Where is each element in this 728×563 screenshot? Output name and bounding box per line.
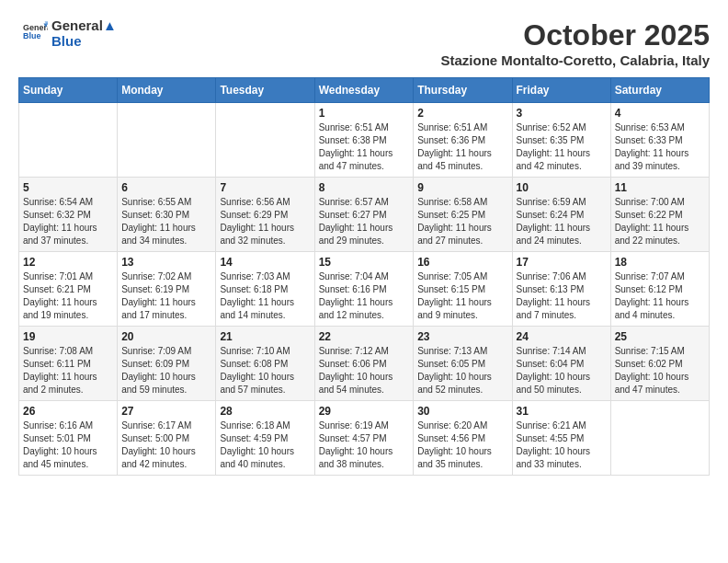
day-info: Sunrise: 6:52 AM Sunset: 6:35 PM Dayligh… — [517, 121, 607, 173]
calendar-cell — [19, 103, 118, 178]
day-info: Sunrise: 6:55 AM Sunset: 6:30 PM Dayligh… — [121, 196, 211, 247]
day-number: 18 — [615, 256, 705, 269]
day-info: Sunrise: 7:14 AM Sunset: 6:04 PM Dayligh… — [517, 345, 607, 396]
day-info: Sunrise: 6:20 AM Sunset: 4:56 PM Dayligh… — [417, 419, 507, 471]
day-info: Sunrise: 7:04 AM Sunset: 6:16 PM Dayligh… — [319, 270, 410, 322]
calendar-cell — [610, 401, 709, 476]
day-header-sunday: Sunday — [19, 78, 118, 103]
day-number: 13 — [121, 256, 211, 269]
calendar-cell: 29Sunrise: 6:19 AM Sunset: 4:57 PM Dayli… — [314, 401, 414, 476]
location-title: Stazione Montalto-Coretto, Calabria, Ita… — [440, 52, 710, 68]
day-info: Sunrise: 7:10 AM Sunset: 6:08 PM Dayligh… — [220, 345, 310, 396]
day-info: Sunrise: 7:07 AM Sunset: 6:12 PM Dayligh… — [615, 270, 705, 322]
calendar-cell: 26Sunrise: 6:16 AM Sunset: 5:01 PM Dayli… — [19, 401, 118, 476]
day-number: 17 — [517, 256, 607, 269]
calendar-cell: 13Sunrise: 7:02 AM Sunset: 6:19 PM Dayli… — [118, 252, 216, 327]
day-info: Sunrise: 7:06 AM Sunset: 6:13 PM Dayligh… — [517, 270, 607, 322]
day-number: 6 — [121, 181, 211, 194]
day-number: 30 — [417, 405, 507, 418]
calendar-cell: 18Sunrise: 7:07 AM Sunset: 6:12 PM Dayli… — [610, 252, 709, 327]
calendar-cell: 22Sunrise: 7:12 AM Sunset: 6:06 PM Dayli… — [314, 327, 414, 401]
calendar-cell: 17Sunrise: 7:06 AM Sunset: 6:13 PM Dayli… — [512, 252, 610, 327]
week-row-1: 1Sunrise: 6:51 AM Sunset: 6:38 PM Daylig… — [19, 103, 710, 178]
calendar-cell: 6Sunrise: 6:55 AM Sunset: 6:30 PM Daylig… — [118, 178, 216, 252]
day-info: Sunrise: 7:05 AM Sunset: 6:15 PM Dayligh… — [417, 270, 507, 322]
day-info: Sunrise: 6:57 AM Sunset: 6:27 PM Dayligh… — [319, 196, 410, 247]
day-number: 3 — [517, 107, 607, 120]
day-number: 16 — [417, 256, 507, 269]
day-number: 26 — [23, 405, 113, 418]
calendar-cell: 30Sunrise: 6:20 AM Sunset: 4:56 PM Dayli… — [414, 401, 512, 476]
day-number: 19 — [23, 330, 113, 343]
week-row-4: 19Sunrise: 7:08 AM Sunset: 6:11 PM Dayli… — [19, 327, 710, 401]
day-number: 29 — [319, 405, 410, 418]
day-header-wednesday: Wednesday — [314, 78, 414, 103]
calendar-table: SundayMondayTuesdayWednesdayThursdayFrid… — [18, 77, 710, 476]
week-row-5: 26Sunrise: 6:16 AM Sunset: 5:01 PM Dayli… — [19, 401, 710, 476]
day-number: 12 — [23, 256, 113, 269]
calendar-cell: 5Sunrise: 6:54 AM Sunset: 6:32 PM Daylig… — [19, 178, 118, 252]
day-number: 4 — [615, 107, 705, 120]
day-number: 27 — [121, 405, 211, 418]
day-number: 23 — [417, 330, 507, 343]
day-number: 24 — [517, 330, 607, 343]
calendar-cell: 27Sunrise: 6:17 AM Sunset: 5:00 PM Dayli… — [118, 401, 216, 476]
calendar-cell: 1Sunrise: 6:51 AM Sunset: 6:38 PM Daylig… — [314, 103, 414, 178]
title-area: October 2025 Stazione Montalto-Coretto, … — [440, 18, 710, 68]
calendar-cell: 16Sunrise: 7:05 AM Sunset: 6:15 PM Dayli… — [414, 252, 512, 327]
day-number: 2 — [417, 107, 507, 120]
day-number: 11 — [615, 181, 705, 194]
day-info: Sunrise: 7:13 AM Sunset: 6:05 PM Dayligh… — [417, 345, 507, 396]
calendar-cell: 2Sunrise: 6:51 AM Sunset: 6:36 PM Daylig… — [414, 103, 512, 178]
day-number: 25 — [615, 330, 705, 343]
header-row: SundayMondayTuesdayWednesdayThursdayFrid… — [19, 78, 710, 103]
day-info: Sunrise: 6:54 AM Sunset: 6:32 PM Dayligh… — [23, 196, 113, 247]
day-info: Sunrise: 7:03 AM Sunset: 6:18 PM Dayligh… — [220, 270, 310, 322]
day-number: 20 — [121, 330, 211, 343]
calendar-cell: 23Sunrise: 7:13 AM Sunset: 6:05 PM Dayli… — [414, 327, 512, 401]
day-number: 21 — [220, 330, 310, 343]
calendar-cell: 15Sunrise: 7:04 AM Sunset: 6:16 PM Dayli… — [314, 252, 414, 327]
calendar-cell — [118, 103, 216, 178]
day-number: 9 — [417, 181, 507, 194]
day-info: Sunrise: 6:16 AM Sunset: 5:01 PM Dayligh… — [23, 419, 113, 471]
week-row-2: 5Sunrise: 6:54 AM Sunset: 6:32 PM Daylig… — [19, 178, 710, 252]
calendar-cell: 4Sunrise: 6:53 AM Sunset: 6:33 PM Daylig… — [610, 103, 709, 178]
day-number: 31 — [517, 405, 607, 418]
day-info: Sunrise: 6:51 AM Sunset: 6:38 PM Dayligh… — [319, 121, 410, 173]
calendar-cell: 31Sunrise: 6:21 AM Sunset: 4:55 PM Dayli… — [512, 401, 610, 476]
month-title: October 2025 — [440, 18, 710, 52]
day-number: 7 — [220, 181, 310, 194]
day-number: 28 — [220, 405, 310, 418]
svg-text:Blue: Blue — [23, 31, 40, 40]
day-info: Sunrise: 6:21 AM Sunset: 4:55 PM Dayligh… — [517, 419, 607, 471]
day-info: Sunrise: 7:12 AM Sunset: 6:06 PM Dayligh… — [319, 345, 410, 396]
day-number: 22 — [319, 330, 410, 343]
day-header-tuesday: Tuesday — [216, 78, 314, 103]
day-info: Sunrise: 6:17 AM Sunset: 5:00 PM Dayligh… — [121, 419, 211, 471]
day-number: 8 — [319, 181, 410, 194]
day-info: Sunrise: 6:18 AM Sunset: 4:59 PM Dayligh… — [220, 419, 310, 471]
day-info: Sunrise: 7:01 AM Sunset: 6:21 PM Dayligh… — [23, 270, 113, 322]
day-info: Sunrise: 6:19 AM Sunset: 4:57 PM Dayligh… — [319, 419, 410, 471]
day-info: Sunrise: 7:02 AM Sunset: 6:19 PM Dayligh… — [121, 270, 211, 322]
day-header-friday: Friday — [512, 78, 610, 103]
day-number: 14 — [220, 256, 310, 269]
calendar-cell: 11Sunrise: 7:00 AM Sunset: 6:22 PM Dayli… — [610, 178, 709, 252]
calendar-cell: 20Sunrise: 7:09 AM Sunset: 6:09 PM Dayli… — [118, 327, 216, 401]
day-info: Sunrise: 6:58 AM Sunset: 6:25 PM Dayligh… — [417, 196, 507, 247]
day-info: Sunrise: 7:09 AM Sunset: 6:09 PM Dayligh… — [121, 345, 211, 396]
header: General Blue General▲ Blue October 2025 … — [18, 18, 710, 68]
day-header-thursday: Thursday — [414, 78, 512, 103]
day-number: 10 — [517, 181, 607, 194]
logo-line2: Blue — [51, 34, 117, 50]
calendar-cell: 21Sunrise: 7:10 AM Sunset: 6:08 PM Dayli… — [216, 327, 314, 401]
calendar-cell: 9Sunrise: 6:58 AM Sunset: 6:25 PM Daylig… — [414, 178, 512, 252]
logo-icon: General Blue — [22, 19, 48, 45]
day-info: Sunrise: 6:59 AM Sunset: 6:24 PM Dayligh… — [517, 196, 607, 247]
day-info: Sunrise: 7:08 AM Sunset: 6:11 PM Dayligh… — [23, 345, 113, 396]
day-number: 1 — [319, 107, 410, 120]
day-header-monday: Monday — [118, 78, 216, 103]
calendar-cell: 19Sunrise: 7:08 AM Sunset: 6:11 PM Dayli… — [19, 327, 118, 401]
logo-line1: General▲ — [51, 18, 117, 34]
